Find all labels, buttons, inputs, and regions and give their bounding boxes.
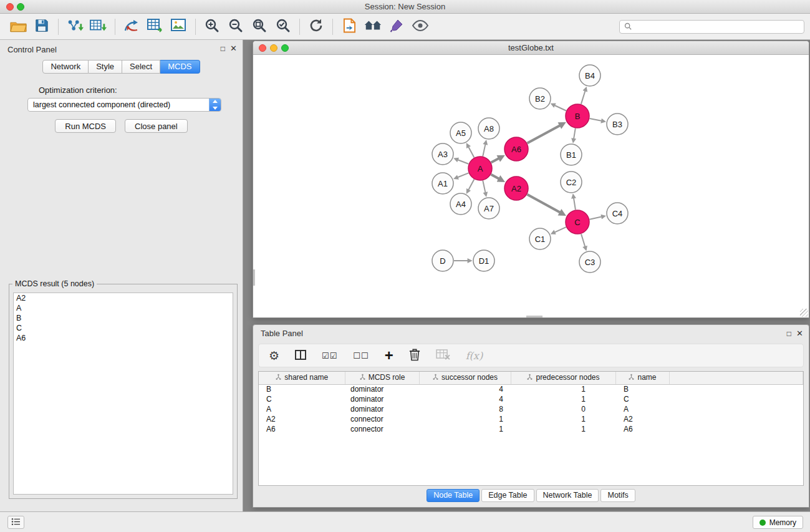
edge-A-A2[interactable]: [491, 175, 499, 179]
task-history-button[interactable]: [7, 516, 24, 529]
open-session-button[interactable]: [6, 16, 30, 38]
edge-C-C4[interactable]: [590, 217, 602, 220]
function-builder-button[interactable]: f(x): [466, 350, 483, 362]
undock-table-panel-icon[interactable]: □: [787, 329, 791, 338]
apply-style-button[interactable]: [385, 16, 408, 38]
edge-A-A3[interactable]: [458, 160, 468, 164]
node-A1[interactable]: A1: [432, 173, 453, 194]
node-table[interactable]: shared nameMCDS rolesuccessor nodesprede…: [258, 371, 804, 486]
close-table-panel-icon[interactable]: ✕: [796, 329, 803, 338]
horizontal-scrollbar-thumb[interactable]: [526, 316, 542, 317]
column-header-shared-name[interactable]: shared name: [259, 372, 345, 384]
first-neighbors-button[interactable]: [337, 16, 361, 38]
node-C1[interactable]: C1: [529, 228, 551, 249]
import-table-button[interactable]: [87, 16, 110, 38]
node-C3[interactable]: C3: [579, 251, 600, 273]
node-A6[interactable]: A6: [504, 137, 528, 161]
search-field[interactable]: [619, 20, 804, 34]
node-B1[interactable]: B1: [561, 144, 582, 165]
edge-C-C1[interactable]: [555, 227, 566, 232]
node-A8[interactable]: A8: [478, 118, 499, 139]
show-columns-button[interactable]: [295, 350, 306, 362]
edge-B-B3[interactable]: [590, 118, 602, 121]
deselect-all-columns-button[interactable]: ☐☐: [353, 351, 369, 360]
table-row[interactable]: Cdominator41C: [259, 394, 803, 404]
delete-column-button[interactable]: [409, 348, 420, 363]
tab-network[interactable]: Network: [42, 60, 89, 74]
export-table-button[interactable]: [143, 16, 167, 38]
node-C4[interactable]: C4: [607, 203, 628, 224]
node-A7[interactable]: A7: [478, 198, 499, 219]
close-panel-button[interactable]: Close panel: [125, 119, 188, 133]
zoom-selected-button[interactable]: [271, 16, 295, 38]
column-header-mcds-role[interactable]: MCDS role: [345, 372, 419, 384]
mcds-result-list[interactable]: A2ABCA6: [13, 293, 233, 495]
tab-node-table[interactable]: Node Table: [427, 489, 480, 502]
criterion-dropdown[interactable]: largest connected component (directed): [27, 98, 221, 112]
network-canvas[interactable]: B4B2BB3A8A5A6A3B1AA1C2A2A4A7C4CC1C3DD1: [253, 55, 809, 317]
edge-A-A8[interactable]: [483, 144, 485, 156]
zoom-fit-button[interactable]: [248, 16, 271, 38]
node-B2[interactable]: B2: [529, 88, 551, 109]
result-item[interactable]: A2: [14, 293, 233, 303]
import-network-button[interactable]: [63, 16, 87, 38]
table-row[interactable]: A2connector11A2: [259, 414, 803, 424]
tab-edge-table[interactable]: Edge Table: [481, 489, 534, 502]
resize-grip[interactable]: [800, 309, 808, 317]
close-panel-icon[interactable]: ✕: [230, 44, 237, 53]
result-item[interactable]: B: [14, 313, 233, 323]
node-D1[interactable]: D1: [473, 250, 494, 271]
column-header-name[interactable]: name: [615, 372, 669, 384]
delete-table-button[interactable]: [436, 349, 450, 362]
refresh-view-button[interactable]: [304, 16, 328, 38]
zoom-in-button[interactable]: [200, 16, 224, 38]
edge-B-B1[interactable]: [574, 128, 576, 139]
table-row[interactable]: Adominator80A: [259, 404, 803, 414]
run-mcds-button[interactable]: Run MCDS: [55, 119, 116, 133]
edge-A-A5[interactable]: [468, 147, 474, 158]
edge-B-B4[interactable]: [581, 91, 586, 104]
result-item[interactable]: A6: [14, 333, 233, 343]
edge-C-C2[interactable]: [574, 198, 576, 210]
node-A3[interactable]: A3: [432, 143, 453, 165]
export-network-button[interactable]: [120, 16, 143, 38]
tab-style[interactable]: Style: [89, 60, 122, 74]
table-row[interactable]: A6connector11A6: [259, 424, 803, 434]
add-column-button[interactable]: +: [385, 349, 393, 362]
edge-A-A1[interactable]: [458, 173, 468, 177]
node-B4[interactable]: B4: [579, 65, 600, 86]
edge-A-A4[interactable]: [468, 180, 474, 190]
network-window-titlebar[interactable]: testGlobe.txt: [253, 41, 809, 55]
search-input[interactable]: [635, 22, 804, 31]
edge-A-A6[interactable]: [491, 158, 499, 163]
edge-A-A7[interactable]: [483, 181, 485, 193]
node-C[interactable]: C: [566, 210, 589, 234]
zoom-out-button[interactable]: [224, 16, 248, 38]
table-settings-button[interactable]: ⚙: [269, 349, 279, 363]
edge-C-C3[interactable]: [581, 234, 585, 246]
node-D[interactable]: D: [432, 250, 453, 271]
vertical-scrollbar-thumb[interactable]: [253, 269, 255, 286]
show-panels-button[interactable]: [361, 16, 385, 38]
export-image-button[interactable]: [167, 16, 191, 38]
tab-motifs[interactable]: Motifs: [600, 489, 635, 502]
tab-select[interactable]: Select: [122, 60, 160, 74]
tab-network-table[interactable]: Network Table: [536, 489, 599, 502]
result-item[interactable]: C: [14, 323, 233, 333]
result-item[interactable]: A: [14, 303, 233, 313]
table-row[interactable]: Bdominator41B: [259, 384, 803, 394]
node-A4[interactable]: A4: [450, 193, 471, 215]
column-header-predecessor-nodes[interactable]: predecessor nodes: [511, 372, 615, 384]
memory-button[interactable]: Memory: [753, 516, 803, 529]
network-graph-svg[interactable]: B4B2BB3A8A5A6A3B1AA1C2A2A4A7C4CC1C3DD1: [253, 55, 809, 317]
node-A[interactable]: A: [468, 157, 492, 180]
select-all-columns-button[interactable]: ☑☑: [322, 351, 337, 360]
tab-mcds[interactable]: MCDS: [160, 60, 200, 74]
undock-panel-icon[interactable]: □: [221, 44, 225, 53]
save-session-button[interactable]: [30, 16, 54, 38]
node-B[interactable]: B: [566, 104, 589, 128]
edge-A6-B[interactable]: [528, 125, 560, 143]
node-A2[interactable]: A2: [504, 177, 528, 200]
toggle-visibility-button[interactable]: [408, 16, 432, 38]
edge-A2-C[interactable]: [528, 195, 561, 213]
